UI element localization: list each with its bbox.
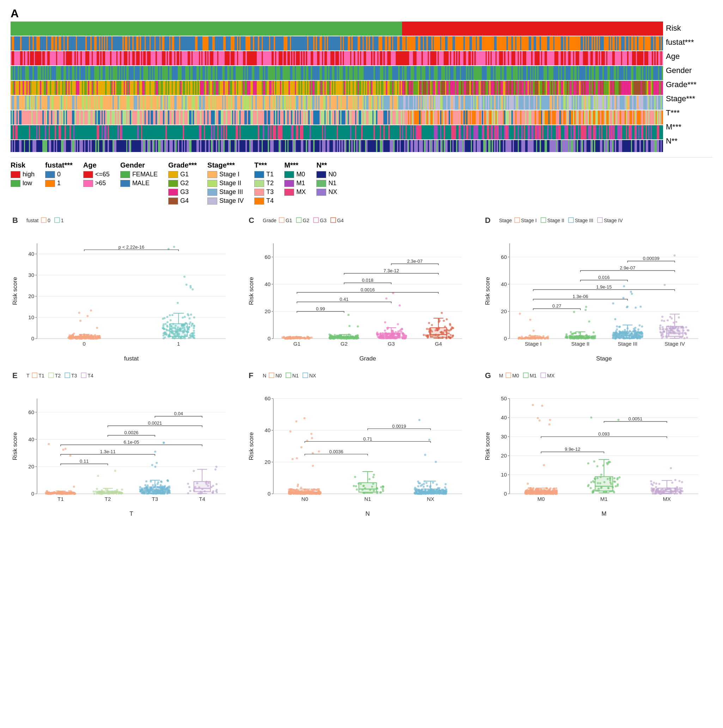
legend-gender-female: FEMALE: [120, 171, 157, 178]
MX-swatch: [284, 189, 294, 196]
stage-i-swatch: [207, 171, 217, 178]
row-label-gender: Gender: [663, 64, 712, 77]
legend-risk: Risk high low: [11, 161, 35, 205]
gender-male-swatch: [120, 180, 130, 187]
age-le65-label: <=65: [95, 171, 110, 178]
legend-T2: T2: [254, 179, 274, 187]
T4-label: T4: [266, 197, 274, 205]
panel-d: [483, 215, 712, 363]
legend-T1: T1: [254, 171, 274, 178]
N0-label: N0: [329, 171, 336, 178]
legend-N1: N1: [316, 179, 337, 187]
T1-label: T1: [266, 171, 274, 178]
row-label-M: M***: [663, 120, 712, 134]
gender-male-label: MALE: [132, 179, 150, 187]
legend-N0: N0: [316, 171, 337, 178]
age-gt65-swatch: [83, 180, 93, 187]
panel-f: [247, 370, 476, 518]
legend-gender-male: MALE: [120, 179, 157, 187]
heatmap-canvas: [11, 21, 663, 152]
M1-swatch: [284, 180, 294, 187]
M0-swatch: [284, 171, 294, 178]
legend-age: Age <=65 >65: [83, 161, 110, 205]
fustat-0-swatch: [45, 171, 55, 178]
panel-e-canvas: [11, 370, 233, 518]
N1-label: N1: [329, 179, 336, 187]
legend-risk-title: Risk: [11, 161, 35, 169]
gender-female-label: FEMALE: [132, 171, 157, 178]
NX-swatch: [316, 189, 326, 196]
legend-T4: T4: [254, 197, 274, 205]
legend-age-le65: <=65: [83, 171, 110, 178]
NX-label: NX: [329, 188, 337, 196]
age-gt65-label: >65: [95, 179, 106, 187]
fustat-0-label: 0: [57, 171, 61, 178]
MX-label: MX: [296, 188, 306, 196]
age-le65-swatch: [83, 171, 93, 178]
row-labels: Risk fustat*** Age Gender Grade*** Stage…: [663, 21, 712, 152]
stage-iv-label: Stage IV: [219, 197, 244, 205]
T4-swatch: [254, 197, 264, 205]
legend-stage-i: Stage I: [207, 171, 244, 178]
legend-grade: Grade*** G1 G2 G3: [168, 161, 197, 205]
legend-stage-ii: Stage II: [207, 179, 244, 187]
fustat-1-label: 1: [57, 179, 61, 187]
legend-M0: M0: [284, 171, 306, 178]
panel-a-label: A: [11, 7, 712, 20]
panel-b-canvas: [11, 215, 233, 363]
legend-stage-iii: Stage III: [207, 188, 244, 196]
stage-iii-swatch: [207, 189, 217, 196]
N1-swatch: [316, 180, 326, 187]
panel-d-canvas: [483, 215, 705, 363]
row-label-age: Age: [663, 50, 712, 63]
gender-female-swatch: [120, 171, 130, 178]
panel-g-canvas: [483, 370, 705, 518]
boxplot-row-2: [11, 370, 712, 518]
legend-NX: NX: [316, 188, 337, 196]
T3-swatch: [254, 189, 264, 196]
panel-b: [11, 215, 240, 363]
legend-grade-g2: G2: [168, 179, 197, 187]
stage-i-label: Stage I: [219, 171, 240, 178]
legend-risk-low: low: [11, 179, 35, 187]
legend-stage: Stage*** Stage I Stage II Stage III: [207, 161, 244, 205]
legend-T-title: T***: [254, 161, 274, 169]
legend-MX: MX: [284, 188, 306, 196]
legend: Risk high low fustat***: [11, 157, 712, 208]
legend-grade-title: Grade***: [168, 161, 197, 169]
grade-g3-swatch: [168, 189, 178, 196]
stage-ii-label: Stage II: [219, 179, 241, 187]
legend-risk-high-label: high: [23, 171, 35, 178]
fustat-1-swatch: [45, 180, 55, 187]
legend-stage-iv: Stage IV: [207, 197, 244, 205]
grade-g4-swatch: [168, 197, 178, 205]
row-label-fustat: fustat***: [663, 36, 712, 49]
risk-low-swatch: [11, 180, 20, 187]
legend-fustat: fustat*** 0 1: [45, 161, 73, 205]
legend-fustat-1: 1: [45, 179, 73, 187]
stage-ii-swatch: [207, 180, 217, 187]
row-label-T: T***: [663, 106, 712, 119]
panel-c-canvas: [247, 215, 469, 363]
legend-fustat-0: 0: [45, 171, 73, 178]
legend-M: M*** M0 M1 MX: [284, 161, 306, 205]
panel-a: A Risk fustat*** Age Gender Grade*** Sta…: [11, 7, 712, 208]
grade-g1-label: G1: [180, 171, 189, 178]
row-label-N: N**: [663, 135, 712, 148]
row-label-grade: Grade***: [663, 78, 712, 91]
panel-c: [247, 215, 476, 363]
row-label-stage: Stage***: [663, 92, 712, 106]
legend-risk-high: high: [11, 171, 35, 178]
legend-gender: Gender FEMALE MALE: [120, 161, 157, 205]
legend-risk-low-label: low: [23, 179, 32, 187]
panel-e: [11, 370, 240, 518]
legend-age-title: Age: [83, 161, 110, 169]
stage-iv-swatch: [207, 197, 217, 205]
risk-high-swatch: [11, 171, 20, 178]
stage-iii-label: Stage III: [219, 188, 243, 196]
row-label-risk: Risk: [663, 21, 712, 35]
legend-M-title: M***: [284, 161, 306, 169]
T2-swatch: [254, 180, 264, 187]
T3-label: T3: [266, 188, 274, 196]
legend-T: T*** T1 T2 T3: [254, 161, 274, 205]
